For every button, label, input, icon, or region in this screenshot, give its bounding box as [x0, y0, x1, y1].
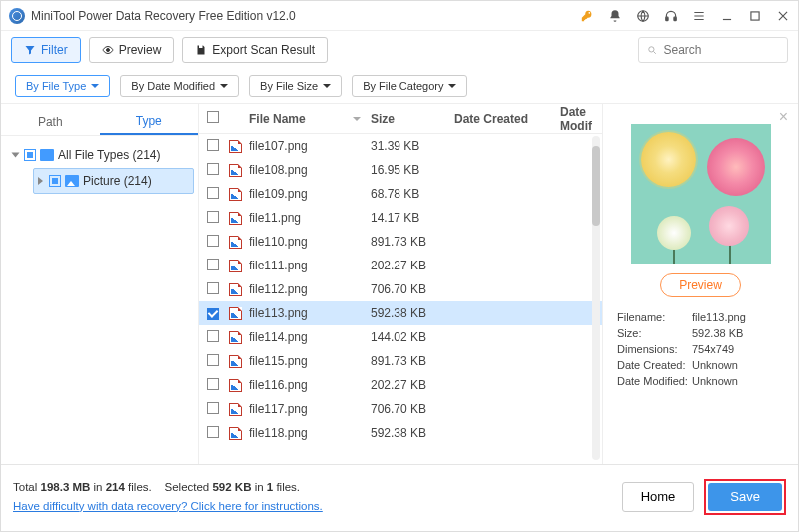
col-date-modified[interactable]: Date Modif [560, 105, 602, 133]
file-row[interactable]: file117.png706.70 KB [199, 397, 602, 421]
scrollbar[interactable] [592, 136, 600, 460]
row-checkbox[interactable] [207, 235, 219, 247]
status-text: Total 198.3 MB in 214 files. Selected 59… [13, 478, 323, 515]
row-size: 891.73 KB [371, 235, 454, 249]
file-row[interactable]: file116.png202.27 KB [199, 373, 602, 397]
close-preview-icon[interactable]: × [779, 108, 788, 126]
file-row[interactable]: file115.png891.73 KB [199, 349, 602, 373]
tab-type[interactable]: Type [100, 108, 199, 135]
row-size: 202.27 KB [371, 378, 454, 392]
chevron-down-icon [448, 84, 456, 88]
tree-picture[interactable]: Picture (214) [33, 168, 194, 194]
key-icon[interactable] [580, 9, 594, 23]
row-filename: file113.png [249, 306, 371, 320]
file-row[interactable]: file112.png706.70 KB [199, 277, 602, 301]
col-date-created[interactable]: Date Created [454, 112, 560, 126]
file-row[interactable]: file114.png144.02 KB [199, 325, 602, 349]
png-file-icon [229, 307, 242, 320]
tree-root[interactable]: All File Types (214) [9, 142, 194, 168]
svg-rect-2 [674, 17, 676, 21]
file-row[interactable]: file107.png31.39 KB [199, 134, 602, 158]
checkbox[interactable] [24, 149, 36, 161]
chip-by-file-category[interactable]: By File Category [352, 75, 467, 97]
png-file-icon [229, 355, 242, 368]
row-checkbox[interactable] [207, 211, 219, 223]
home-button[interactable]: Home [622, 482, 695, 512]
preview-open-button[interactable]: Preview [660, 273, 741, 297]
row-checkbox[interactable] [207, 354, 219, 366]
row-size: 592.38 KB [371, 306, 454, 320]
filter-button[interactable]: Filter [11, 37, 81, 63]
row-checkbox[interactable] [207, 163, 219, 175]
file-row[interactable]: file109.png68.78 KB [199, 182, 602, 206]
file-row[interactable]: file110.png891.73 KB [199, 230, 602, 254]
row-checkbox[interactable] [207, 187, 219, 199]
png-file-icon [229, 140, 242, 153]
export-button[interactable]: Export Scan Result [182, 37, 328, 63]
chip-by-file-type[interactable]: By File Type [15, 75, 110, 97]
chip-by-file-size[interactable]: By File Size [249, 75, 342, 97]
row-checkbox[interactable] [207, 330, 219, 342]
row-checkbox[interactable] [207, 139, 219, 151]
save-highlight: Save [704, 479, 786, 515]
filter-bar: By File Type By Date Modified By File Si… [1, 69, 798, 103]
toolbar: Filter Preview Export Scan Result [1, 31, 798, 69]
checkbox[interactable] [49, 175, 61, 187]
row-filename: file11.png [249, 211, 371, 225]
picture-icon [65, 175, 79, 187]
chip-by-date-modified[interactable]: By Date Modified [120, 75, 239, 97]
file-row[interactable]: file111.png202.27 KB [199, 254, 602, 277]
detail-size: 592.38 KB [692, 327, 743, 339]
maximize-icon[interactable] [748, 9, 762, 23]
row-size: 891.73 KB [371, 354, 454, 368]
chevron-down-icon [220, 84, 228, 88]
row-checkbox[interactable] [207, 426, 219, 438]
minimize-icon[interactable] [720, 9, 734, 23]
chevron-down-icon [91, 84, 99, 88]
footer-actions: Home Save [622, 479, 786, 515]
save-button[interactable]: Save [708, 483, 782, 511]
tab-path[interactable]: Path [1, 108, 100, 135]
preview-details: Filename:file113.png Size:592.38 KB Dime… [617, 311, 784, 387]
row-filename: file108.png [249, 163, 371, 177]
funnel-icon [24, 44, 36, 56]
app-title: MiniTool Power Data Recovery Free Editio… [31, 9, 580, 23]
row-checkbox[interactable] [207, 308, 219, 320]
preview-thumbnail [631, 124, 771, 264]
search-input[interactable] [664, 43, 780, 57]
headphones-icon[interactable] [664, 9, 678, 23]
chevron-down-icon [12, 153, 20, 158]
file-row[interactable]: file113.png592.38 KB [199, 301, 602, 325]
row-size: 16.95 KB [371, 163, 454, 177]
column-headers: File Name Size Date Created Date Modif [199, 104, 602, 134]
file-row[interactable]: file108.png16.95 KB [199, 158, 602, 182]
close-icon[interactable] [776, 9, 790, 23]
row-checkbox[interactable] [207, 282, 219, 294]
png-file-icon [229, 164, 242, 177]
globe-icon[interactable] [636, 9, 650, 23]
detail-date-created: Unknown [692, 359, 738, 371]
eye-icon [102, 44, 114, 56]
select-all-checkbox[interactable] [207, 111, 219, 123]
help-link[interactable]: Have difficulty with data recovery? Clic… [13, 500, 323, 512]
bell-icon[interactable] [608, 9, 622, 23]
row-checkbox[interactable] [207, 402, 219, 414]
row-size: 202.27 KB [371, 259, 454, 272]
svg-rect-1 [666, 17, 668, 21]
file-row[interactable]: file118.png592.38 KB [199, 421, 602, 445]
col-size[interactable]: Size [371, 112, 454, 126]
file-list-panel: File Name Size Date Created Date Modif f… [199, 104, 603, 464]
row-filename: file109.png [249, 187, 371, 201]
search-box[interactable] [638, 37, 788, 63]
file-row[interactable]: file11.png14.17 KB [199, 206, 602, 230]
row-filename: file112.png [249, 282, 371, 296]
col-filename[interactable]: File Name [249, 112, 371, 126]
scrollbar-thumb[interactable] [592, 146, 600, 226]
row-checkbox[interactable] [207, 378, 219, 390]
app-icon [9, 8, 25, 24]
row-size: 144.02 KB [371, 330, 454, 344]
search-icon [647, 44, 658, 56]
preview-button[interactable]: Preview [89, 37, 175, 63]
row-checkbox[interactable] [207, 259, 219, 270]
menu-icon[interactable] [692, 9, 706, 23]
